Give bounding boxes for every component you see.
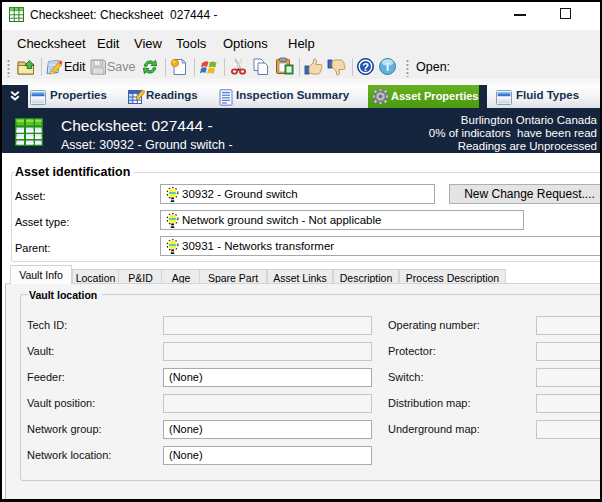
- svg-text:i: i: [386, 61, 389, 73]
- svg-text:?: ?: [362, 61, 369, 73]
